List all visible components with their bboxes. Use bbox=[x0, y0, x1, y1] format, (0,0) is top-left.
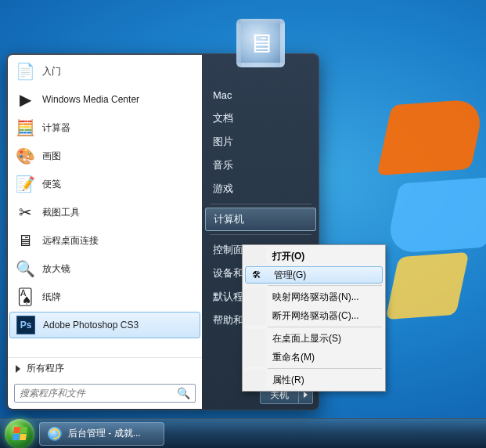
search-icon: 🔍 bbox=[177, 387, 190, 399]
context-menu-icon bbox=[244, 306, 266, 325]
right-pane-label: 文档 bbox=[213, 111, 233, 125]
context-menu-label: 映射网络驱动器(N)... bbox=[266, 291, 383, 304]
program-item[interactable]: 🔍放大镜 bbox=[8, 255, 202, 283]
right-pane-item[interactable]: 文档 bbox=[202, 107, 319, 130]
context-menu-icon bbox=[244, 370, 266, 389]
context-menu-label: 管理(G) bbox=[268, 269, 382, 282]
context-menu-item[interactable]: 属性(R) bbox=[244, 370, 383, 389]
app-icon: 📝 bbox=[14, 173, 36, 195]
app-icon: 🧮 bbox=[14, 117, 36, 139]
program-item[interactable]: 📝便笺 bbox=[8, 170, 202, 198]
right-pane-item[interactable]: 图片 bbox=[202, 130, 319, 154]
right-pane-label: 默认程 bbox=[213, 290, 243, 304]
context-menu-label: 打开(O) bbox=[266, 250, 383, 263]
app-icon: 📄 bbox=[14, 60, 36, 82]
separator bbox=[210, 234, 311, 235]
program-label: 放大镜 bbox=[42, 262, 70, 276]
arrow-right-icon bbox=[16, 365, 20, 373]
program-label: 入门 bbox=[42, 65, 61, 78]
separator bbox=[268, 285, 382, 286]
right-pane-label: 游戏 bbox=[213, 182, 233, 196]
app-icon: 🖥 bbox=[14, 229, 36, 251]
context-menu: 打开(O)🛠管理(G)映射网络驱动器(N)...断开网络驱动器(C)...在桌面… bbox=[242, 244, 386, 392]
program-label: 远程桌面连接 bbox=[42, 234, 99, 247]
program-item[interactable]: ✂截图工具 bbox=[8, 198, 202, 226]
context-menu-label: 在桌面上显示(S) bbox=[266, 332, 383, 345]
separator bbox=[268, 368, 382, 369]
separator bbox=[268, 327, 382, 327]
right-pane-label: 音乐 bbox=[213, 158, 233, 172]
app-icon: ✂ bbox=[14, 201, 36, 223]
right-pane-label: Mac bbox=[213, 89, 232, 101]
windows-logo-segment bbox=[384, 176, 486, 254]
context-menu-item[interactable]: 在桌面上显示(S) bbox=[244, 329, 383, 348]
windows-logo-segment bbox=[385, 252, 469, 320]
right-pane-item[interactable]: 游戏 bbox=[202, 177, 319, 201]
program-list: 📄入门▶Windows Media Center🧮计算器🎨画图📝便笺✂截图工具🖥… bbox=[8, 57, 202, 357]
chevron-right-icon bbox=[304, 392, 308, 398]
photoshop-icon: Ps bbox=[15, 314, 37, 336]
search-input[interactable] bbox=[20, 388, 177, 399]
context-menu-item[interactable]: 🛠管理(G) bbox=[245, 266, 383, 284]
context-menu-item[interactable]: 断开网络驱动器(C)... bbox=[244, 306, 383, 325]
right-pane-item[interactable]: Mac bbox=[202, 83, 319, 107]
start-button[interactable] bbox=[5, 419, 34, 449]
program-item[interactable]: 🎨画图 bbox=[8, 142, 202, 170]
context-menu-label: 重命名(M) bbox=[266, 351, 383, 364]
program-item[interactable]: 📄入门 bbox=[8, 57, 202, 85]
context-menu-label: 属性(R) bbox=[266, 374, 383, 387]
taskbar-app-label: 后台管理 - 成就... bbox=[68, 427, 141, 440]
internet-explorer-icon bbox=[48, 427, 62, 441]
right-pane-label: 图片 bbox=[213, 135, 233, 149]
context-menu-icon bbox=[244, 287, 266, 306]
context-menu-icon bbox=[244, 348, 266, 367]
taskbar: 后台管理 - 成就... bbox=[0, 418, 486, 448]
user-picture-icon[interactable]: 🖥 bbox=[236, 19, 285, 67]
context-menu-label: 断开网络驱动器(C)... bbox=[266, 309, 383, 323]
windows-logo-icon bbox=[12, 427, 27, 440]
app-icon: 🎨 bbox=[14, 145, 36, 167]
program-label: 计算器 bbox=[42, 121, 70, 135]
program-item[interactable]: PsAdobe Photoshop CS3 bbox=[9, 312, 200, 338]
separator bbox=[210, 204, 311, 204]
program-label: 纸牌 bbox=[42, 291, 61, 304]
windows-logo-segment bbox=[376, 99, 485, 175]
taskbar-app-button[interactable]: 后台管理 - 成就... bbox=[39, 422, 164, 446]
context-menu-item[interactable]: 打开(O) bbox=[244, 247, 383, 266]
start-menu-left-pane: 📄入门▶Windows Media Center🧮计算器🎨画图📝便笺✂截图工具🖥… bbox=[8, 55, 202, 409]
context-menu-item[interactable]: 映射网络驱动器(N)... bbox=[244, 287, 383, 306]
program-label: 便笺 bbox=[42, 178, 61, 191]
all-programs-button[interactable]: 所有程序 bbox=[8, 357, 202, 379]
context-menu-icon bbox=[244, 329, 266, 348]
right-pane-label: 控制面 bbox=[213, 243, 243, 257]
program-label: Adobe Photoshop CS3 bbox=[43, 320, 139, 331]
all-programs-label: 所有程序 bbox=[27, 362, 64, 375]
context-menu-icon bbox=[244, 247, 266, 266]
right-pane-label: 设备和 bbox=[213, 266, 243, 280]
app-icon: ▶ bbox=[14, 89, 36, 110]
program-item[interactable]: 🂡纸牌 bbox=[8, 283, 202, 311]
right-pane-label: 帮助和 bbox=[213, 313, 243, 327]
program-label: 截图工具 bbox=[42, 206, 80, 219]
program-item[interactable]: 🖥远程桌面连接 bbox=[8, 226, 202, 255]
program-label: Windows Media Center bbox=[42, 94, 139, 105]
right-pane-item-computer[interactable]: 计算机 bbox=[205, 208, 316, 231]
program-item[interactable]: 🧮计算器 bbox=[8, 114, 202, 142]
right-pane-item[interactable]: 音乐 bbox=[202, 154, 319, 177]
right-pane-label: 计算机 bbox=[214, 212, 244, 226]
context-menu-icon: 🛠 bbox=[246, 267, 268, 283]
app-icon: 🂡 bbox=[14, 286, 36, 308]
program-label: 画图 bbox=[42, 150, 61, 163]
search-box[interactable]: 🔍 bbox=[14, 384, 196, 403]
app-icon: 🔍 bbox=[14, 258, 36, 280]
context-menu-item[interactable]: 重命名(M) bbox=[244, 348, 383, 367]
program-item[interactable]: ▶Windows Media Center bbox=[8, 85, 202, 114]
